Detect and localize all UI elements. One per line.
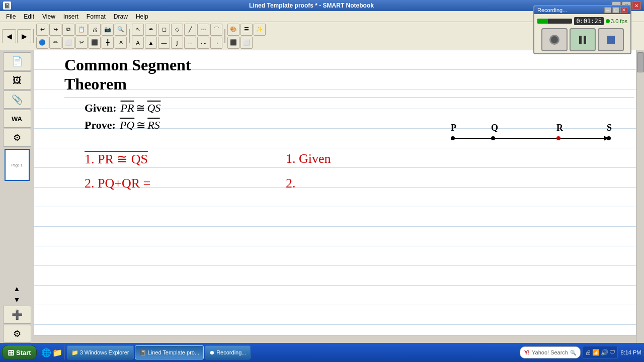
menu-draw[interactable]: Draw: [110, 12, 132, 21]
menu-file[interactable]: File: [2, 12, 20, 21]
segment-svg: P Q R S: [438, 121, 619, 146]
tool2[interactable]: ✏: [49, 37, 61, 49]
magic-tool[interactable]: ✨: [254, 24, 266, 36]
select-tool[interactable]: ↖: [132, 24, 144, 36]
proof-reason-2: 2.: [286, 176, 296, 191]
sidebar-scroll-down[interactable]: ▼: [11, 295, 23, 305]
tray-network[interactable]: 📶: [592, 349, 600, 356]
tool1[interactable]: 🔵: [36, 37, 48, 49]
recording-widget: Recording... ─ □ ✕ 0:01:25 3.0 fps: [533, 5, 631, 54]
heading-line2: Theorem: [64, 74, 634, 94]
toolbar-group1: ↩ ↪ ⧉ 📋 🖨 📷 🔍 🔵 ✏ ⬜ ✂ ⬛ ╋ ✕: [36, 24, 127, 49]
color-palette[interactable]: 🎨: [227, 24, 239, 36]
tray-volume[interactable]: 🔊: [601, 349, 608, 356]
menu-help[interactable]: Help: [132, 12, 152, 21]
eraser-tool[interactable]: ◻: [158, 24, 170, 36]
sidebar-gallery-btn[interactable]: 🖼: [3, 71, 31, 89]
start-button[interactable]: ⊞ Start: [2, 345, 37, 360]
quicklaunch-folder[interactable]: 📁: [52, 348, 62, 357]
taskbar-sep1: [39, 345, 39, 359]
taskbar-recording[interactable]: ⏺ Recording...: [205, 345, 251, 359]
print-button[interactable]: 🖨: [89, 24, 101, 36]
divider-1: [64, 97, 634, 98]
sidebar-tools-btn[interactable]: ⚙: [3, 129, 31, 147]
paste-button[interactable]: 📋: [75, 24, 88, 36]
rec-pause-button[interactable]: [570, 28, 596, 51]
page-thumbnail[interactable]: Page 1: [5, 149, 30, 181]
delete-button[interactable]: ✕: [115, 37, 127, 49]
rec-close[interactable]: ✕: [620, 7, 627, 13]
sidebar-settings-btn[interactable]: ⚙: [3, 325, 31, 343]
toolbar-extra2[interactable]: ⬜: [240, 37, 253, 49]
proof-reason-1: 1. Given: [286, 151, 331, 166]
recording-timer: 0:01:25: [574, 17, 604, 25]
redo-button[interactable]: ↪: [49, 24, 61, 36]
tool4[interactable]: ✂: [75, 37, 88, 49]
line-tool1[interactable]: ╱: [184, 24, 196, 36]
segment-diagram: P Q R S: [438, 121, 619, 148]
proof-stmt-1: 1. PR ≅ QS: [85, 151, 276, 167]
hscrollbar[interactable]: [34, 335, 636, 343]
rec-record-button[interactable]: [541, 28, 568, 51]
recording-title-bar: Recording... ─ □ ✕: [534, 6, 630, 14]
copy-button[interactable]: ⧉: [62, 24, 74, 36]
menu-edit[interactable]: Edit: [20, 12, 38, 21]
close-button[interactable]: ✕: [632, 2, 641, 10]
left-sidebar: 📄 🖼 📎 WA ⚙ Page 1 ▲ ▼ ➕ ⚙: [0, 50, 34, 343]
quicklaunch-ie[interactable]: 🌐: [41, 348, 51, 357]
undo-button[interactable]: ↩: [36, 24, 48, 36]
rec-maximize[interactable]: □: [612, 7, 619, 13]
menu-insert[interactable]: Insert: [59, 12, 83, 21]
yahoo-search[interactable]: Y! Yahoo! Search 🔍: [520, 346, 581, 358]
list-tool[interactable]: ☰: [240, 24, 253, 36]
tool3[interactable]: ⬜: [62, 37, 74, 49]
prove-left: PQ: [120, 119, 134, 132]
toolbar-extra1[interactable]: ⬛: [227, 37, 239, 49]
forward-button[interactable]: ▶: [17, 29, 31, 43]
rec-minimize[interactable]: ─: [604, 7, 611, 13]
sidebar-attach-btn[interactable]: 📎: [3, 90, 31, 109]
given-right: QS: [147, 102, 160, 115]
zoom-button[interactable]: 🔍: [115, 24, 127, 36]
color-tool[interactable]: —: [158, 37, 170, 49]
prove-label: Prove:: [85, 119, 116, 132]
screenshot-button[interactable]: 📷: [102, 24, 114, 36]
sidebar-pages-btn[interactable]: 📄: [3, 52, 31, 70]
sidebar-scroll-up[interactable]: ▲: [11, 284, 23, 294]
tool5[interactable]: ⬛: [89, 37, 101, 49]
given-label: Given:: [85, 102, 117, 115]
tool-dash[interactable]: - -: [197, 37, 209, 49]
line-tool2[interactable]: 〰: [197, 24, 209, 36]
fill-tool[interactable]: ▲: [145, 37, 157, 49]
proof-row-2: 2. PQ+QR = 2.: [85, 176, 634, 191]
rec-stop-button[interactable]: [598, 28, 624, 51]
recording-title-text: Recording...: [537, 7, 567, 13]
menu-format[interactable]: Format: [83, 12, 110, 21]
prove-expr: PQ ≅ RS: [120, 119, 160, 132]
pen-tool[interactable]: ✒: [145, 24, 157, 36]
taskbar-explorer-label: 3 Windows Explorer: [80, 349, 129, 355]
tool6[interactable]: ╋: [102, 37, 114, 49]
tray-security[interactable]: 🛡: [609, 349, 615, 356]
given-cong: ≅: [136, 102, 145, 115]
sidebar-properties-btn[interactable]: WA: [3, 110, 31, 128]
tool-arrow[interactable]: →: [210, 37, 222, 49]
scrollbar-thumb[interactable]: [637, 52, 644, 72]
sidebar-add-btn[interactable]: ➕: [3, 306, 31, 324]
vscrollbar[interactable]: [636, 50, 644, 343]
recording-buttons[interactable]: [536, 28, 628, 51]
main-canvas: Common Segment Theorem Given: PR ≅ QS Pr…: [34, 50, 644, 343]
line-tool3[interactable]: ⌒: [210, 24, 222, 36]
back-button[interactable]: ◀: [2, 29, 16, 43]
shape-tool[interactable]: ◇: [171, 24, 183, 36]
menu-view[interactable]: View: [38, 12, 59, 21]
taskbar: ⊞ Start 🌐 📁 📁 3 Windows Explorer 📓 Lined…: [0, 343, 644, 362]
toolbar-group2: ↖ ✒ ◻ ◇ ╱ 〰 ⌒ A ▲ — ∫ ··· - - →: [132, 24, 222, 49]
text-tool[interactable]: A: [132, 37, 144, 49]
taskbar-notebook[interactable]: 📓 Lined Template pro...: [135, 345, 204, 359]
fps-text: 3.0 fps: [611, 18, 627, 24]
tool-dots[interactable]: ···: [184, 37, 196, 49]
tray-hp[interactable]: 🖨: [585, 349, 591, 356]
taskbar-explorer[interactable]: 📁 3 Windows Explorer: [67, 345, 134, 359]
tool-curve[interactable]: ∫: [171, 37, 183, 49]
